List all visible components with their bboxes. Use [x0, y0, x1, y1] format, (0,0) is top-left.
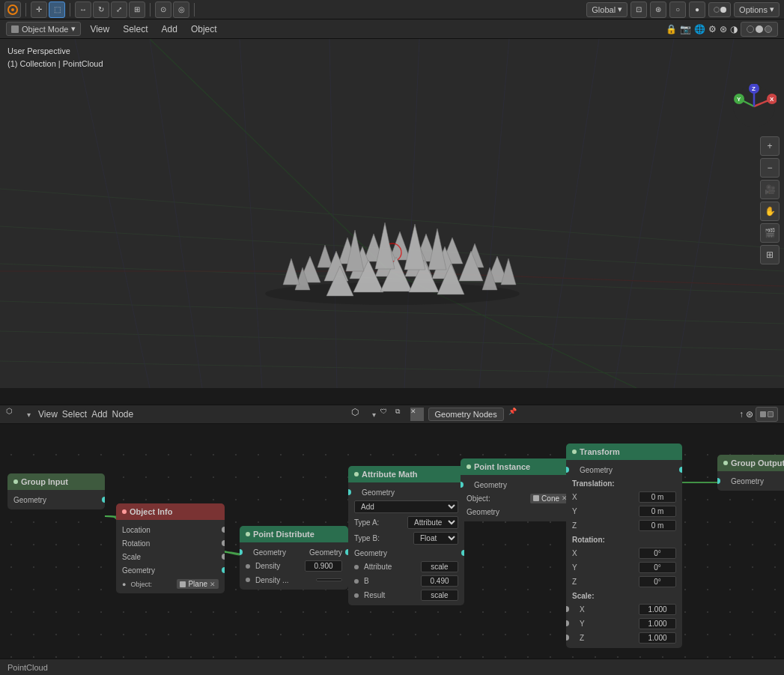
object-remove-btn[interactable]: ✕ — [210, 581, 216, 588]
ry-field[interactable]: 0° — [639, 562, 676, 573]
collection-label: (1) Collection | PointCloud — [7, 58, 103, 70]
point-inst-header: Point Instance — [461, 458, 577, 475]
object-info-geometry: Geometry — [116, 563, 225, 577]
b-dot — [354, 579, 359, 584]
tz-field[interactable]: 0 m — [639, 520, 676, 531]
close-icon[interactable]: ✕ — [410, 408, 424, 421]
viewport[interactable]: User Perspective (1) Collection | PointC… — [0, 39, 784, 388]
object-badge[interactable]: Plane ✕ — [177, 579, 219, 589]
node-canvas[interactable]: Group Input Geometry Object Info Locatio… — [0, 444, 784, 674]
view-menu[interactable]: View — [85, 22, 114, 36]
node-editor-icon[interactable]: ⬡ — [351, 407, 368, 422]
node-editor[interactable]: Group Input Geometry Object Info Locatio… — [0, 424, 784, 674]
overlay-icon[interactable]: ⊛ — [650, 1, 666, 18]
attr-math-typeA: Type A: Attribute — [348, 515, 464, 530]
shading-modes[interactable] — [708, 2, 731, 17]
tx-field[interactable]: 0 m — [639, 491, 676, 503]
attr-math-result: Result scale — [348, 588, 464, 602]
proportional-icon[interactable]: ◎ — [173, 1, 189, 18]
transform-scale-label: Scale: — [566, 589, 682, 602]
b-field[interactable]: 0.490 — [421, 575, 458, 587]
rz-field[interactable]: 0° — [639, 576, 676, 587]
ty-field[interactable]: 0 m — [639, 506, 676, 517]
object-menu[interactable]: Object — [186, 22, 222, 36]
node-group-input[interactable]: Group Input Geometry — [7, 473, 105, 509]
attr-field[interactable]: scale — [421, 561, 458, 572]
snap-icon[interactable]: ⊙ — [155, 1, 171, 18]
overlay-settings[interactable]: ⊛ — [720, 24, 727, 34]
shading-icon[interactable]: ○ — [669, 1, 686, 18]
move-icon[interactable]: ↔ — [75, 1, 91, 18]
copy-icon[interactable]: ⧉ — [395, 408, 409, 421]
transform-ty: Y 0 m — [566, 504, 682, 518]
rotate-icon[interactable]: ↻ — [93, 1, 109, 18]
scene-shading[interactable]: ◑ — [730, 24, 738, 34]
shield-icon[interactable]: 🛡 — [380, 408, 394, 421]
global-dropdown[interactable]: Global ▾ — [586, 2, 627, 17]
geo-out-socket — [222, 567, 225, 573]
node-object-info[interactable]: Object Info Location Rotation Scale Geo — [116, 503, 225, 593]
density2-field[interactable] — [316, 578, 342, 581]
node-view-modes[interactable] — [756, 407, 778, 422]
node-overlay-btn[interactable]: ⊛ — [746, 409, 753, 420]
transform-translation-label: Translation: — [566, 476, 682, 490]
node-group-output[interactable]: Group Output Geometry — [717, 455, 784, 491]
svg-marker-32 — [317, 245, 332, 267]
transform-icon[interactable]: ⊞ — [129, 1, 145, 18]
svg-point-1 — [11, 8, 14, 11]
pin-icon[interactable]: 📌 — [508, 408, 522, 421]
result-field[interactable]: scale — [421, 590, 458, 601]
cone-badge[interactable]: Cone ✕ — [530, 494, 571, 503]
hand-tool-btn[interactable]: ✋ — [760, 202, 780, 221]
typeA-select[interactable]: Attribute — [407, 516, 458, 529]
geometry-out-socket — [102, 497, 105, 503]
attr-math-op-select[interactable]: Add — [354, 500, 458, 513]
transform-title: Transform — [580, 447, 620, 456]
options-dropdown[interactable]: Options ▾ — [734, 2, 780, 17]
attr-math-body: Geometry Add Type A: Attribute Type B: — [348, 482, 464, 605]
rx-field[interactable]: 0° — [639, 548, 676, 559]
node-point-instance[interactable]: Point Instance Geometry Object: Cone ✕ G… — [461, 458, 577, 521]
camera-view-btn[interactable]: 🎥 — [760, 180, 780, 199]
scale-icon[interactable]: ⤢ — [111, 1, 127, 18]
pi-geo-in — [461, 482, 464, 488]
viewport-camera[interactable]: 📷 — [680, 24, 691, 34]
select-menu-node[interactable]: Select — [62, 409, 87, 420]
sx-field[interactable]: 1.000 — [639, 604, 676, 615]
render-mode-group[interactable] — [741, 22, 778, 37]
pivot-icon[interactable]: ⊡ — [630, 1, 647, 18]
cursor-tool[interactable]: ✛ — [31, 1, 47, 18]
sz-field[interactable]: 1.000 — [639, 632, 676, 644]
box-select-tool[interactable]: ⬚ — [49, 1, 65, 18]
select-menu[interactable]: Select — [118, 22, 152, 36]
sy-field[interactable]: 1.000 — [639, 618, 676, 629]
viewport-render[interactable]: 🌐 — [694, 24, 705, 34]
node-menu[interactable]: Node — [112, 409, 134, 420]
typeB-select[interactable]: Float — [413, 532, 458, 545]
cone-name: Cone — [541, 494, 559, 503]
zoom-out-btn[interactable]: − — [760, 158, 780, 178]
zoom-in-btn[interactable]: + — [760, 136, 780, 156]
viewport-settings[interactable]: ⚙ — [708, 24, 717, 34]
blender-icon[interactable] — [4, 1, 21, 18]
density-field[interactable]: 0.900 — [305, 560, 342, 572]
view-menu-node[interactable]: View — [38, 409, 58, 420]
mode-select[interactable]: Object Mode ▾ — [6, 22, 81, 36]
node-up-btn[interactable]: ↑ — [739, 409, 744, 420]
transform-rz: Z 0° — [566, 575, 682, 589]
node-transform[interactable]: Transform Geometry Translation: X 0 m Y … — [566, 444, 682, 648]
node-attribute-math[interactable]: Attribute Math Geometry Add Type A: Attr… — [348, 466, 464, 605]
add-menu-node[interactable]: Add — [91, 409, 107, 420]
attr-math-typeB: Type B: Float — [348, 530, 464, 546]
sy-sock — [566, 620, 569, 626]
add-menu[interactable]: Add — [157, 22, 182, 36]
group-output-geo: Geometry — [717, 474, 784, 488]
viewport-lock[interactable]: 🔒 — [666, 24, 677, 34]
viewport-shading[interactable]: ● — [689, 1, 705, 18]
node-point-distribute[interactable]: Point Distribute Geometry Geometry Densi… — [240, 526, 348, 590]
node-editor-type[interactable]: ⬡ — [6, 407, 22, 422]
attr-math-dot — [354, 472, 359, 476]
ortho-btn[interactable]: ⊞ — [760, 245, 780, 264]
render-btn[interactable]: 🎬 — [760, 223, 780, 243]
attr-math-geo-in: Geometry — [348, 485, 464, 499]
